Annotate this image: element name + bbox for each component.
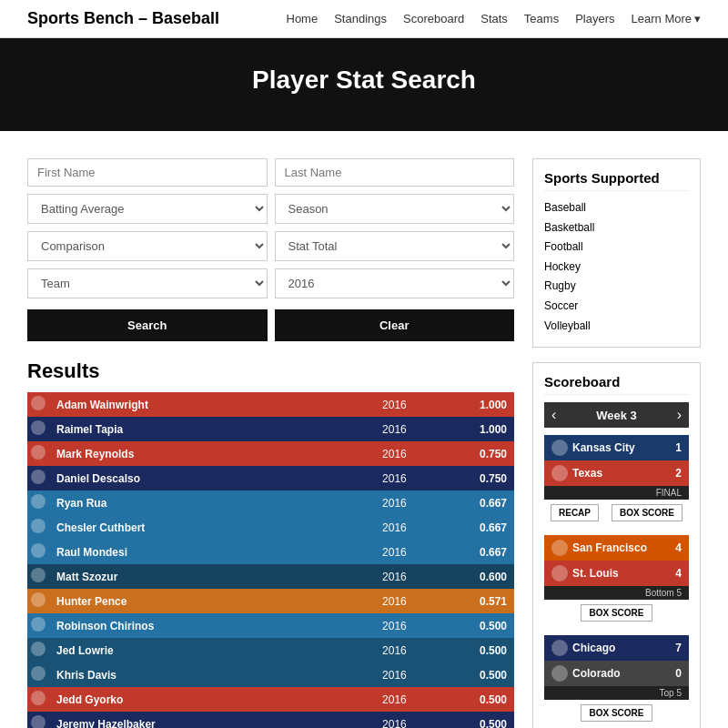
- player-stat: 0.500: [414, 662, 514, 687]
- player-year: 2016: [321, 466, 414, 490]
- team-logo-icon: [31, 666, 46, 681]
- sports-supported-title: Sports Supported: [544, 170, 689, 191]
- game-status: Top 5: [544, 686, 689, 700]
- nav-stats[interactable]: Stats: [480, 12, 508, 25]
- team-row-1: Kansas City 1: [544, 435, 689, 460]
- week-nav: ‹ Week 3 ›: [544, 402, 689, 428]
- team-row-1: San Francisco 4: [544, 535, 689, 561]
- table-row: Chesler Cuthbert 2016 0.667: [27, 515, 514, 540]
- team-row-2: Texas 2: [544, 460, 689, 486]
- team-info-2: St. Louis: [551, 565, 619, 581]
- game-status: Bottom 5: [544, 586, 689, 600]
- game-action-button[interactable]: BOX SCORE: [581, 704, 652, 722]
- last-name-input[interactable]: [275, 158, 515, 187]
- team-name-2: St. Louis: [572, 567, 619, 580]
- clear-button[interactable]: Clear: [275, 309, 515, 341]
- site-header: Sports Bench – Baseball Home Standings S…: [0, 0, 728, 38]
- player-name: Jedd Gyorko: [49, 687, 321, 712]
- team-logo-icon: [31, 568, 46, 582]
- season-select[interactable]: Season: [275, 194, 515, 224]
- team-logo-icon: [31, 494, 46, 509]
- comparison-select[interactable]: Comparison: [27, 231, 268, 261]
- team-score-2: 4: [675, 567, 682, 580]
- nav-scoreboard[interactable]: Scoreboard: [403, 12, 464, 25]
- sport-item: Baseball: [544, 198, 689, 218]
- sport-item: Soccer: [544, 297, 689, 317]
- game-actions: BOX SCORE: [544, 700, 689, 726]
- table-row: Hunter Pence 2016 0.571: [27, 589, 514, 613]
- player-stat: 0.600: [414, 564, 514, 589]
- player-year: 2016: [321, 417, 414, 441]
- team-logo-icon-1: [551, 440, 568, 456]
- player-stat: 1.000: [414, 417, 514, 441]
- sport-item: Hockey: [544, 258, 689, 278]
- team-row-2: Colorado 0: [544, 661, 689, 686]
- team-row-2: St. Louis 4: [544, 561, 689, 586]
- player-stat: 0.500: [414, 687, 514, 712]
- player-year: 2016: [321, 687, 414, 712]
- player-year: 2016: [321, 392, 414, 417]
- team-score-1: 7: [675, 642, 682, 654]
- nav-learn-more[interactable]: Learn More ▾: [632, 12, 701, 25]
- nav-players[interactable]: Players: [575, 12, 614, 25]
- results-title: Results: [27, 359, 514, 383]
- game-block: San Francisco 4 St. Louis 4 Bottom 5 BOX…: [544, 535, 689, 626]
- game-action-button[interactable]: RECAP: [551, 504, 599, 521]
- sport-item: Basketball: [544, 218, 689, 238]
- team-logo-icon-2: [551, 565, 568, 581]
- player-year: 2016: [321, 712, 414, 728]
- batting-avg-select[interactable]: Batting Average: [27, 194, 268, 224]
- search-button[interactable]: Search: [27, 309, 268, 341]
- player-year: 2016: [321, 589, 414, 613]
- player-year: 2016: [321, 540, 414, 564]
- year-select[interactable]: 2016: [275, 268, 515, 298]
- player-name: Daniel Descalso: [49, 466, 321, 490]
- player-year: 2016: [321, 613, 414, 638]
- next-week-button[interactable]: ›: [677, 407, 682, 423]
- team-logo-icon: [31, 691, 46, 705]
- table-row: Ryan Rua 2016 0.667: [27, 490, 514, 515]
- player-name: Chesler Cuthbert: [49, 515, 321, 540]
- team-info-1: San Francisco: [551, 540, 647, 556]
- prev-week-button[interactable]: ‹: [551, 407, 556, 423]
- team-logo-icon: [31, 642, 46, 656]
- player-stat: 0.667: [414, 490, 514, 515]
- team-logo-icon-1: [551, 640, 568, 656]
- game-action-button[interactable]: BOX SCORE: [612, 504, 682, 521]
- games-container: Kansas City 1 Texas 2 FINAL RECAPBOX SCO…: [544, 435, 689, 728]
- chevron-down-icon: ▾: [694, 12, 701, 25]
- team-info-2: Colorado: [551, 665, 621, 682]
- first-name-input[interactable]: [27, 158, 268, 187]
- player-year: 2016: [321, 662, 414, 687]
- team-name-1: Kansas City: [572, 441, 635, 454]
- game-block: Kansas City 1 Texas 2 FINAL RECAPBOX SCO…: [544, 435, 689, 526]
- nav-standings[interactable]: Standings: [334, 12, 387, 25]
- team-logo-icon: [31, 396, 46, 410]
- results-section: Results Adam Wainwright 2016 1.000 Raime…: [27, 359, 514, 728]
- form-buttons: Search Clear: [27, 309, 514, 341]
- game-action-button[interactable]: BOX SCORE: [581, 604, 652, 622]
- player-name: Jeremy Hazelbaker: [49, 712, 321, 728]
- sport-item: Football: [544, 238, 689, 258]
- team-select[interactable]: Team: [27, 268, 268, 298]
- player-year: 2016: [321, 490, 414, 515]
- team-logo-icon-1: [551, 540, 568, 556]
- player-name: Raimel Tapia: [49, 417, 321, 441]
- search-form: Batting Average Season Comparison Stat T…: [27, 158, 514, 298]
- game-block: Chicago 7 Colorado 0 Top 5 BOX SCORE: [544, 635, 689, 726]
- player-name: Khris Davis: [49, 662, 321, 687]
- team-logo-icon-2: [551, 465, 568, 481]
- table-row: Matt Szozur 2016 0.600: [27, 564, 514, 589]
- player-name: Jed Lowrie: [49, 638, 321, 662]
- table-row: Robinson Chirinos 2016 0.500: [27, 613, 514, 638]
- team-score-1: 1: [675, 441, 682, 454]
- nav-home[interactable]: Home: [287, 12, 318, 25]
- team-logo-icon: [31, 715, 46, 728]
- week-label: Week 3: [596, 409, 637, 422]
- table-row: Daniel Descalso 2016 0.750: [27, 466, 514, 490]
- nav-teams[interactable]: Teams: [524, 12, 559, 25]
- team-logo-icon: [31, 519, 46, 533]
- stat-total-select[interactable]: Stat Total: [275, 231, 515, 261]
- player-year: 2016: [321, 638, 414, 662]
- results-table: Adam Wainwright 2016 1.000 Raimel Tapia …: [27, 392, 514, 728]
